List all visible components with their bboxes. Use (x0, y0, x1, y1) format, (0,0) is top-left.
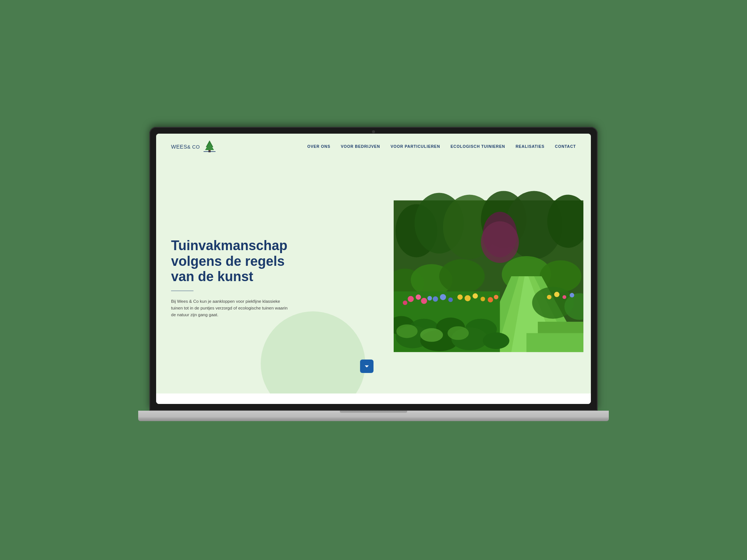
hero-image-area (374, 159, 591, 393)
svg-point-46 (447, 326, 469, 340)
laptop-base (138, 411, 609, 421)
hero-content: Tuinvakmanschapvolgens de regelsvan de k… (156, 159, 374, 393)
logo-tree-icon (203, 140, 216, 153)
svg-point-26 (433, 296, 438, 302)
logo-text: WEES& CO (171, 143, 200, 150)
svg-point-44 (396, 324, 418, 338)
laptop-feet (138, 417, 609, 421)
svg-point-29 (428, 296, 432, 301)
garden-svg (394, 183, 583, 370)
nav-link-realisaties[interactable]: REALISATIES (515, 144, 544, 149)
svg-point-43 (483, 332, 509, 349)
hero-title: Tuinvakmanschapvolgens de regelsvan de k… (171, 238, 359, 284)
svg-point-34 (488, 297, 493, 302)
svg-point-25 (421, 298, 427, 304)
svg-point-35 (494, 295, 498, 299)
trackpad-notch (340, 411, 407, 413)
svg-point-49 (547, 295, 551, 299)
svg-point-33 (458, 295, 463, 300)
nav-links: OVER ONS VOOR BEDRIJVEN VOOR PARTICULIER… (307, 144, 576, 149)
site-logo[interactable]: WEES& CO (171, 140, 216, 153)
svg-point-51 (562, 295, 566, 299)
svg-point-12 (481, 221, 519, 263)
hero-divider (171, 290, 193, 291)
navbar: WEES& CO OVER ONS VOOR BEDRIJVEN (156, 134, 591, 159)
svg-point-22 (408, 296, 414, 302)
scroll-down-button[interactable] (360, 360, 374, 373)
svg-point-24 (403, 301, 407, 305)
svg-point-30 (465, 295, 471, 301)
nav-link-over-ons[interactable]: OVER ONS (307, 144, 331, 149)
laptop: WEES& CO OVER ONS VOOR BEDRIJVEN (138, 127, 609, 433)
laptop-camera (372, 130, 375, 133)
screen-bezel: WEES& CO OVER ONS VOOR BEDRIJVEN (156, 134, 591, 404)
svg-point-31 (472, 293, 478, 299)
svg-point-52 (570, 293, 574, 298)
website: WEES& CO OVER ONS VOOR BEDRIJVEN (156, 134, 591, 404)
svg-rect-2 (208, 150, 211, 152)
garden-image (394, 183, 583, 370)
nav-link-voor-bedrijven[interactable]: VOOR BEDRIJVEN (341, 144, 380, 149)
svg-point-23 (416, 295, 421, 300)
laptop-lid: WEES& CO OVER ONS VOOR BEDRIJVEN (149, 127, 598, 411)
svg-point-45 (420, 328, 443, 342)
nav-link-ecologisch-tuinieren[interactable]: ECOLOGISCH TUINIEREN (450, 144, 505, 149)
svg-point-15 (439, 259, 485, 293)
bottom-strip (156, 393, 591, 404)
hero-section: Tuinvakmanschapvolgens de regelsvan de k… (156, 159, 591, 393)
svg-point-50 (554, 292, 560, 297)
svg-point-32 (481, 297, 485, 301)
svg-point-28 (448, 298, 453, 302)
svg-point-27 (440, 294, 446, 300)
svg-rect-54 (527, 333, 583, 352)
nav-link-contact[interactable]: CONTACT (555, 144, 576, 149)
hero-description: Bij Wees & Co kun je aankloppen voor pie… (171, 298, 291, 318)
nav-link-voor-particulieren[interactable]: VOOR PARTICULIEREN (391, 144, 440, 149)
